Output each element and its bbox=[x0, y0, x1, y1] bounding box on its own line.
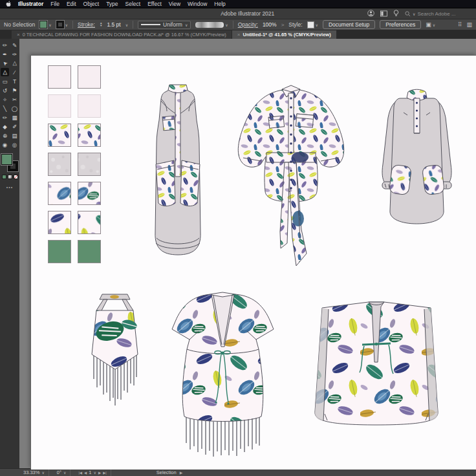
rectangle-tool[interactable]: ▭ bbox=[1, 77, 9, 85]
fill-color-control[interactable] bbox=[39, 21, 51, 28]
menu-illustrator[interactable]: Illustrator bbox=[18, 0, 43, 8]
rotation-control[interactable]: 0° bbox=[53, 469, 71, 476]
document-tab-technical-drawing[interactable]: × 0 TECHNICAL DRAWING FOR FASHION DOWNLO… bbox=[12, 30, 232, 39]
preferences-button[interactable]: Preferences bbox=[380, 20, 421, 29]
brush-definition[interactable] bbox=[195, 22, 228, 28]
search-adobe[interactable]: Search Adobe ... bbox=[405, 11, 475, 17]
apple-menu-icon[interactable] bbox=[5, 1, 11, 7]
garment-long-sleeve-tunic-dress[interactable] bbox=[363, 88, 470, 240]
mesh-tool[interactable]: ▦ bbox=[10, 113, 19, 122]
artboard-swatch-r7c2[interactable] bbox=[78, 240, 101, 263]
first-artboard-icon[interactable] bbox=[78, 470, 82, 475]
pencil-tool[interactable]: ✏ bbox=[1, 41, 9, 49]
stroke-color-swatch[interactable] bbox=[56, 21, 64, 28]
garment-sleeveless-shirt-dress[interactable] bbox=[146, 83, 210, 267]
selection-tool[interactable]: ➤ bbox=[1, 59, 9, 67]
garment-belted-kimono-shirt[interactable] bbox=[232, 84, 351, 272]
previous-artboard-icon[interactable] bbox=[84, 470, 87, 475]
artboard-swatch-r3c1[interactable] bbox=[48, 124, 71, 147]
artboard-navigation[interactable]: 1 bbox=[74, 469, 111, 476]
rotate-tool[interactable]: ↺ bbox=[1, 86, 9, 94]
artboard-swatch-r2c2[interactable] bbox=[78, 94, 101, 118]
document-setup-button[interactable]: Document Setup bbox=[323, 20, 375, 29]
menu-view[interactable]: View bbox=[169, 0, 180, 8]
variable-width-profile[interactable]: Uniform bbox=[138, 21, 191, 29]
artboard-number[interactable]: 1 bbox=[89, 470, 91, 475]
opacity-label[interactable]: Opacity: bbox=[238, 21, 258, 28]
collapse-panel-icon[interactable]: ▥ bbox=[466, 21, 472, 28]
gradient-button[interactable] bbox=[8, 175, 12, 179]
account-icon[interactable] bbox=[367, 8, 374, 19]
artboard-swatch-r4c2[interactable] bbox=[78, 153, 101, 176]
group-selection-tool[interactable]: ▷ bbox=[1, 68, 9, 76]
fill-color-swatch[interactable] bbox=[39, 21, 47, 28]
artboard-swatch-r5c1[interactable] bbox=[48, 182, 71, 205]
lightbulb-icon[interactable] bbox=[393, 8, 399, 19]
artboard-swatch-r4c1[interactable] bbox=[48, 153, 71, 176]
opacity-value[interactable]: 100% bbox=[263, 21, 277, 28]
canvas-workspace[interactable] bbox=[19, 39, 476, 468]
stroke-color-control[interactable] bbox=[56, 21, 68, 28]
hand-tool[interactable]: ▤ bbox=[10, 131, 19, 140]
artboard-swatch-r3c2[interactable] bbox=[78, 124, 101, 147]
edit-toolbar-button[interactable]: ••• bbox=[6, 185, 13, 189]
none-button[interactable] bbox=[14, 175, 18, 179]
zoom-tool[interactable]: ⊕ bbox=[1, 131, 9, 140]
artboard-swatch-r7c1[interactable] bbox=[48, 240, 71, 263]
more-options-arrow[interactable]: > bbox=[281, 22, 285, 28]
menu-object[interactable]: Object bbox=[83, 0, 100, 8]
menu-select[interactable]: Select bbox=[125, 0, 141, 8]
smooth-tool[interactable]: ✎ bbox=[10, 41, 19, 49]
grid-options-icon[interactable]: ⠿ bbox=[458, 21, 462, 28]
color-button[interactable] bbox=[2, 175, 6, 179]
menu-file[interactable]: File bbox=[50, 0, 60, 8]
shaper-tool[interactable]: ✏ bbox=[1, 113, 9, 122]
artboard-swatch-r5c2[interactable] bbox=[78, 182, 101, 205]
type-tool[interactable]: T bbox=[10, 77, 19, 85]
ellipse-tool[interactable]: ◯ bbox=[10, 104, 19, 113]
fill-indicator[interactable] bbox=[1, 154, 12, 165]
artboard-swatch-r2c1[interactable] bbox=[48, 94, 71, 118]
paintbrush-tool[interactable]: ✐ bbox=[10, 122, 19, 131]
garment-boxy-kaftan-top[interactable] bbox=[299, 298, 454, 456]
add-anchor-point-tool[interactable]: ✑ bbox=[10, 50, 19, 58]
chevron-down-icon[interactable] bbox=[125, 23, 128, 27]
graphic-style-swatch[interactable] bbox=[307, 21, 314, 28]
document-tab-untitled-1[interactable]: × Untitled-1* @ 41.65 % (CMYK/Preview) bbox=[232, 30, 336, 39]
last-artboard-icon[interactable] bbox=[103, 470, 107, 475]
arrange-documents-control[interactable]: ▣ bbox=[426, 21, 435, 28]
stroke-weight-value[interactable]: 1.5 pt bbox=[107, 21, 120, 28]
workspace-switcher-icon[interactable] bbox=[380, 8, 387, 19]
garment-fringe-kaftan-dress[interactable] bbox=[163, 288, 283, 470]
scissors-tool[interactable]: ✂ bbox=[10, 95, 19, 103]
knife-tool[interactable]: ╲ bbox=[1, 104, 9, 113]
gradient-tool[interactable]: ◆ bbox=[1, 122, 9, 131]
graphic-style-control[interactable] bbox=[307, 21, 318, 28]
stroke-label[interactable]: Stroke: bbox=[78, 21, 95, 28]
artboard-swatch-r1c1[interactable] bbox=[48, 65, 71, 89]
menu-window[interactable]: Window bbox=[188, 0, 207, 8]
menu-edit[interactable]: Edit bbox=[67, 0, 76, 8]
garment-fringe-halter-top[interactable] bbox=[78, 291, 152, 414]
zoom-level-control[interactable]: 33.33% bbox=[19, 469, 49, 476]
close-icon[interactable]: × bbox=[237, 32, 241, 38]
close-icon[interactable]: × bbox=[17, 32, 20, 38]
eyedropper-tool[interactable]: ✧ bbox=[1, 95, 9, 103]
artboard-tool[interactable]: ⚑ bbox=[10, 86, 19, 94]
status-indicator[interactable]: Selection bbox=[157, 470, 182, 475]
artboard-swatch-r6c1[interactable] bbox=[48, 211, 71, 234]
artboard[interactable] bbox=[31, 56, 476, 470]
menu-effect[interactable]: Effect bbox=[147, 0, 162, 8]
artboard-swatch-r1c2[interactable] bbox=[78, 65, 101, 89]
next-artboard-icon[interactable] bbox=[98, 470, 101, 475]
width-tool[interactable]: ◎ bbox=[10, 140, 19, 149]
artboard-swatch-r6c2[interactable] bbox=[78, 211, 101, 234]
line-segment-tool[interactable]: ∕ bbox=[10, 68, 19, 76]
menu-type[interactable]: Type bbox=[106, 0, 118, 8]
pen-tool[interactable]: ✒ bbox=[1, 50, 9, 58]
direct-selection-tool[interactable]: ▷ bbox=[10, 59, 19, 67]
shape-builder-tool[interactable]: ◉ bbox=[1, 140, 9, 149]
fill-stroke-indicator[interactable] bbox=[1, 154, 18, 171]
stroke-weight-stepper[interactable]: ▲▼ bbox=[100, 22, 102, 28]
menu-help[interactable]: Help bbox=[214, 0, 225, 8]
